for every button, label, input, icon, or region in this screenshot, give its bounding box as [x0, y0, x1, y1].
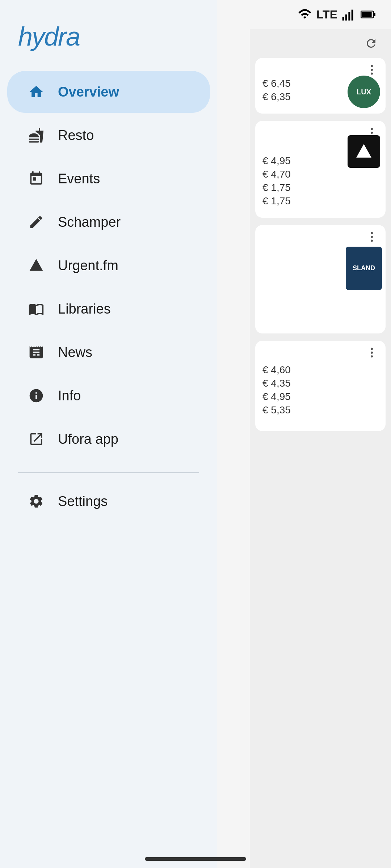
price-row: € 1,75	[262, 195, 378, 207]
card-2: € 4,95 € 4,70 € 1,75 € 1,75	[255, 121, 386, 218]
more-icon-3	[365, 230, 378, 243]
sidebar-item-label-info: Info	[58, 388, 81, 404]
card-3: SLAND	[255, 225, 386, 333]
sidebar-item-label-news: News	[58, 345, 92, 360]
drawer-header: hydra	[0, 0, 217, 66]
navigation-drawer: hydra Overview Resto	[0, 0, 217, 868]
svg-rect-5	[374, 13, 375, 16]
sidebar-item-resto[interactable]: Resto	[7, 114, 210, 156]
svg-point-8	[371, 69, 373, 71]
svg-point-13	[371, 232, 373, 234]
arrow-up-icon	[25, 255, 47, 276]
price-row: € 1,75	[262, 182, 378, 193]
sland-logo: SLAND	[346, 247, 382, 290]
app-logo-text: hydra	[18, 22, 80, 51]
sidebar-item-libraries[interactable]: Libraries	[7, 288, 210, 330]
svg-point-7	[371, 65, 373, 67]
more-button-3[interactable]	[365, 230, 378, 245]
sidebar-item-events[interactable]: Events	[7, 158, 210, 200]
lux-logo: LUX	[348, 76, 380, 108]
sidebar-item-overview[interactable]: Overview	[7, 71, 210, 113]
more-button-4[interactable]	[365, 346, 378, 361]
svg-rect-0	[342, 17, 344, 21]
svg-point-16	[371, 348, 373, 350]
gear-icon	[25, 490, 47, 512]
nav-divider	[18, 472, 199, 473]
settings-label: Settings	[58, 494, 108, 509]
app-logo: hydra	[18, 22, 199, 51]
refresh-icon	[365, 37, 378, 50]
price-row: € 4,70	[262, 169, 378, 180]
pen-icon	[25, 211, 47, 233]
price-row: € 5,35	[262, 404, 378, 416]
svg-point-14	[371, 236, 373, 238]
sidebar-item-settings[interactable]: Settings	[7, 480, 210, 522]
sidebar-item-label-libraries: Libraries	[58, 301, 111, 317]
sidebar-item-ufora-app[interactable]: Ufora app	[7, 418, 210, 460]
svg-rect-1	[345, 14, 347, 21]
news-icon	[25, 341, 47, 363]
battery-icon	[361, 7, 377, 22]
book-icon	[25, 298, 47, 320]
sidebar-item-label-resto: Resto	[58, 128, 94, 143]
home-icon	[25, 81, 47, 103]
status-icons: LTE	[298, 7, 377, 22]
svg-point-17	[371, 352, 373, 354]
refresh-button[interactable]	[360, 33, 382, 54]
svg-point-15	[371, 240, 373, 242]
card-1: € 6,45 € 6,35 LUX	[255, 58, 386, 114]
card-4: € 4,60 € 4,35 € 4,95 € 5,35	[255, 341, 386, 431]
more-icon-1	[365, 63, 378, 76]
info-icon	[25, 385, 47, 407]
lte-label: LTE	[316, 8, 337, 21]
sidebar-item-schamper[interactable]: Schamper	[7, 201, 210, 243]
right-panel: € 6,45 € 6,35 LUX € 4,95 € 4,70 € 1,75 €…	[250, 29, 391, 868]
external-link-icon	[25, 428, 47, 450]
svg-point-10	[371, 128, 373, 130]
navigation-list: Overview Resto Events	[0, 66, 217, 522]
wifi-icon	[298, 7, 312, 22]
svg-point-9	[371, 73, 373, 75]
sidebar-item-info[interactable]: Info	[7, 375, 210, 417]
signal-icon	[342, 7, 356, 22]
urgent-fm-logo	[348, 135, 380, 168]
sidebar-item-news[interactable]: News	[7, 331, 210, 373]
price-row: € 4,35	[262, 378, 378, 389]
card-4-prices: € 4,60 € 4,35 € 4,95 € 5,35	[262, 364, 378, 416]
svg-point-11	[371, 132, 373, 134]
sidebar-item-label-events: Events	[58, 171, 100, 187]
price-row: € 4,95	[262, 391, 378, 403]
svg-point-18	[371, 356, 373, 358]
fork-knife-icon	[25, 124, 47, 146]
sidebar-item-label-overview: Overview	[58, 84, 119, 100]
sidebar-item-urgent-fm[interactable]: Urgent.fm	[7, 244, 210, 286]
svg-rect-6	[361, 12, 371, 17]
urgent-arrow-icon	[355, 142, 373, 161]
sidebar-item-label-schamper: Schamper	[58, 214, 121, 230]
sidebar-item-label-ufora-app: Ufora app	[58, 431, 118, 447]
price-row: € 4,60	[262, 364, 378, 376]
svg-rect-3	[352, 10, 353, 21]
svg-rect-2	[348, 12, 350, 20]
home-indicator	[145, 857, 246, 861]
sidebar-item-label-urgent-fm: Urgent.fm	[58, 258, 118, 273]
more-icon-4	[365, 346, 378, 359]
calendar-icon	[25, 168, 47, 190]
